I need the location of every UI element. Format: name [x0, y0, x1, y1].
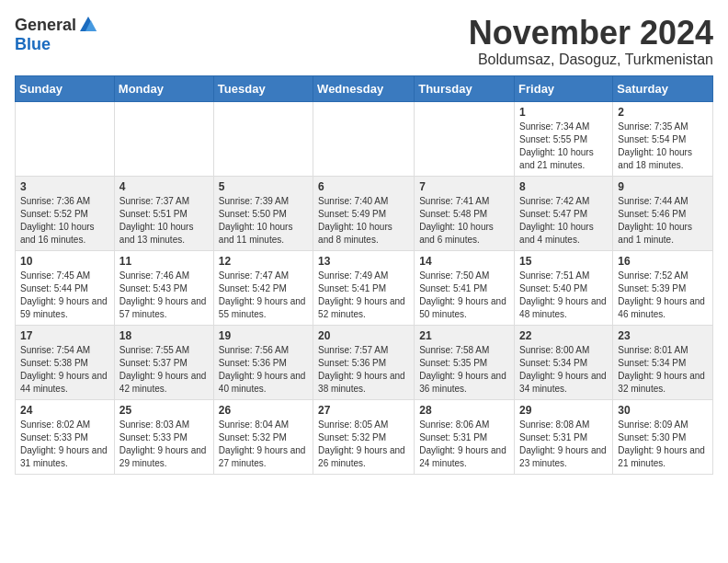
- day-number: 23: [618, 329, 708, 342]
- calendar-cell: 28Sunrise: 8:06 AM Sunset: 5:31 PM Dayli…: [415, 399, 515, 474]
- day-number: 26: [219, 404, 308, 417]
- day-number: 14: [419, 255, 509, 268]
- calendar-cell: 4Sunrise: 7:37 AM Sunset: 5:51 PM Daylig…: [114, 176, 213, 250]
- location-title: Boldumsaz, Dasoguz, Turkmenistan: [469, 52, 713, 68]
- calendar-cell: 26Sunrise: 8:04 AM Sunset: 5:32 PM Dayli…: [213, 399, 313, 474]
- day-info: Sunrise: 7:36 AM Sunset: 5:52 PM Dayligh…: [20, 195, 109, 247]
- calendar-cell: 21Sunrise: 7:58 AM Sunset: 5:35 PM Dayli…: [415, 325, 515, 399]
- calendar-cell: 11Sunrise: 7:46 AM Sunset: 5:43 PM Dayli…: [114, 250, 213, 325]
- day-info: Sunrise: 8:00 AM Sunset: 5:34 PM Dayligh…: [519, 344, 608, 396]
- day-info: Sunrise: 7:49 AM Sunset: 5:41 PM Dayligh…: [318, 270, 409, 321]
- logo-blue-text: Blue: [15, 35, 51, 54]
- calendar-cell: 20Sunrise: 7:57 AM Sunset: 5:36 PM Dayli…: [313, 325, 415, 399]
- calendar-cell: 29Sunrise: 8:08 AM Sunset: 5:31 PM Dayli…: [515, 399, 613, 474]
- calendar-cell: 6Sunrise: 7:40 AM Sunset: 5:49 PM Daylig…: [313, 176, 415, 250]
- day-info: Sunrise: 7:47 AM Sunset: 5:42 PM Dayligh…: [219, 270, 308, 321]
- day-number: 28: [419, 404, 509, 417]
- day-number: 11: [119, 255, 209, 268]
- calendar-week-row: 24Sunrise: 8:02 AM Sunset: 5:33 PM Dayli…: [16, 399, 713, 474]
- day-number: 17: [20, 329, 109, 342]
- day-info: Sunrise: 8:04 AM Sunset: 5:32 PM Dayligh…: [219, 419, 308, 470]
- day-number: 29: [519, 404, 608, 417]
- calendar-cell: 1Sunrise: 7:34 AM Sunset: 5:55 PM Daylig…: [515, 101, 613, 176]
- day-info: Sunrise: 7:54 AM Sunset: 5:38 PM Dayligh…: [20, 344, 109, 396]
- calendar-week-row: 1Sunrise: 7:34 AM Sunset: 5:55 PM Daylig…: [16, 101, 713, 176]
- weekday-header: Thursday: [415, 75, 515, 101]
- day-info: Sunrise: 7:34 AM Sunset: 5:55 PM Dayligh…: [519, 121, 608, 172]
- day-info: Sunrise: 7:37 AM Sunset: 5:51 PM Dayligh…: [119, 195, 209, 247]
- day-info: Sunrise: 7:44 AM Sunset: 5:46 PM Dayligh…: [618, 195, 708, 247]
- calendar-cell: 10Sunrise: 7:45 AM Sunset: 5:44 PM Dayli…: [16, 250, 115, 325]
- calendar-cell: [415, 101, 515, 176]
- day-info: Sunrise: 7:46 AM Sunset: 5:43 PM Dayligh…: [119, 270, 209, 321]
- weekday-header: Tuesday: [213, 75, 313, 101]
- title-block: November 2024 Boldumsaz, Dasoguz, Turkme…: [469, 15, 713, 68]
- calendar-cell: 3Sunrise: 7:36 AM Sunset: 5:52 PM Daylig…: [16, 176, 115, 250]
- logo-general-text: General: [15, 16, 76, 35]
- calendar-week-row: 10Sunrise: 7:45 AM Sunset: 5:44 PM Dayli…: [16, 250, 713, 325]
- day-number: 4: [119, 180, 209, 193]
- calendar-week-row: 17Sunrise: 7:54 AM Sunset: 5:38 PM Dayli…: [16, 325, 713, 399]
- day-info: Sunrise: 7:45 AM Sunset: 5:44 PM Dayligh…: [20, 270, 109, 321]
- day-info: Sunrise: 8:03 AM Sunset: 5:33 PM Dayligh…: [119, 419, 209, 470]
- calendar-cell: 22Sunrise: 8:00 AM Sunset: 5:34 PM Dayli…: [515, 325, 613, 399]
- calendar-cell: 25Sunrise: 8:03 AM Sunset: 5:33 PM Dayli…: [114, 399, 213, 474]
- calendar-cell: 8Sunrise: 7:42 AM Sunset: 5:47 PM Daylig…: [515, 176, 613, 250]
- day-number: 8: [519, 180, 608, 193]
- weekday-header: Monday: [114, 75, 213, 101]
- day-info: Sunrise: 7:58 AM Sunset: 5:35 PM Dayligh…: [419, 344, 509, 396]
- weekday-header: Wednesday: [313, 75, 415, 101]
- day-number: 19: [219, 329, 308, 342]
- day-number: 2: [618, 106, 708, 119]
- day-number: 7: [419, 180, 509, 193]
- calendar-cell: 30Sunrise: 8:09 AM Sunset: 5:30 PM Dayli…: [613, 399, 713, 474]
- day-info: Sunrise: 7:57 AM Sunset: 5:36 PM Dayligh…: [318, 344, 409, 396]
- day-number: 3: [20, 180, 109, 193]
- calendar-cell: 19Sunrise: 7:56 AM Sunset: 5:36 PM Dayli…: [213, 325, 313, 399]
- day-info: Sunrise: 8:02 AM Sunset: 5:33 PM Dayligh…: [20, 419, 109, 470]
- day-info: Sunrise: 7:51 AM Sunset: 5:40 PM Dayligh…: [519, 270, 608, 321]
- day-info: Sunrise: 7:35 AM Sunset: 5:54 PM Dayligh…: [618, 121, 708, 172]
- day-info: Sunrise: 7:39 AM Sunset: 5:50 PM Dayligh…: [219, 195, 308, 247]
- day-info: Sunrise: 8:06 AM Sunset: 5:31 PM Dayligh…: [419, 419, 509, 470]
- calendar-cell: [313, 101, 415, 176]
- month-title: November 2024: [469, 15, 713, 52]
- day-number: 16: [618, 255, 708, 268]
- calendar-cell: 7Sunrise: 7:41 AM Sunset: 5:48 PM Daylig…: [415, 176, 515, 250]
- calendar-cell: 24Sunrise: 8:02 AM Sunset: 5:33 PM Dayli…: [16, 399, 115, 474]
- day-info: Sunrise: 7:40 AM Sunset: 5:49 PM Dayligh…: [318, 195, 409, 247]
- weekday-header: Friday: [515, 75, 613, 101]
- logo: General Blue: [15, 15, 98, 54]
- calendar-cell: 15Sunrise: 7:51 AM Sunset: 5:40 PM Dayli…: [515, 250, 613, 325]
- calendar-cell: [213, 101, 313, 176]
- day-number: 9: [618, 180, 708, 193]
- calendar-cell: 23Sunrise: 8:01 AM Sunset: 5:34 PM Dayli…: [613, 325, 713, 399]
- day-number: 15: [519, 255, 608, 268]
- day-number: 13: [318, 255, 409, 268]
- page-header: General Blue November 2024 Boldumsaz, Da…: [15, 15, 713, 68]
- day-number: 10: [20, 255, 109, 268]
- calendar-week-row: 3Sunrise: 7:36 AM Sunset: 5:52 PM Daylig…: [16, 176, 713, 250]
- day-number: 27: [318, 404, 409, 417]
- day-number: 12: [219, 255, 308, 268]
- calendar-header-row: SundayMondayTuesdayWednesdayThursdayFrid…: [16, 75, 713, 101]
- day-info: Sunrise: 7:42 AM Sunset: 5:47 PM Dayligh…: [519, 195, 608, 247]
- day-info: Sunrise: 7:56 AM Sunset: 5:36 PM Dayligh…: [219, 344, 308, 396]
- day-number: 18: [119, 329, 209, 342]
- day-info: Sunrise: 7:41 AM Sunset: 5:48 PM Dayligh…: [419, 195, 509, 247]
- calendar-cell: 14Sunrise: 7:50 AM Sunset: 5:41 PM Dayli…: [415, 250, 515, 325]
- calendar-cell: 2Sunrise: 7:35 AM Sunset: 5:54 PM Daylig…: [613, 101, 713, 176]
- calendar-cell: [114, 101, 213, 176]
- calendar-table: SundayMondayTuesdayWednesdayThursdayFrid…: [15, 75, 713, 475]
- day-number: 21: [419, 329, 509, 342]
- day-number: 20: [318, 329, 409, 342]
- calendar-cell: 5Sunrise: 7:39 AM Sunset: 5:50 PM Daylig…: [213, 176, 313, 250]
- day-number: 1: [519, 106, 608, 119]
- day-number: 6: [318, 180, 409, 193]
- day-number: 5: [219, 180, 308, 193]
- day-number: 25: [119, 404, 209, 417]
- day-info: Sunrise: 7:52 AM Sunset: 5:39 PM Dayligh…: [618, 270, 708, 321]
- weekday-header: Saturday: [613, 75, 713, 101]
- calendar-cell: 13Sunrise: 7:49 AM Sunset: 5:41 PM Dayli…: [313, 250, 415, 325]
- calendar-cell: 17Sunrise: 7:54 AM Sunset: 5:38 PM Dayli…: [16, 325, 115, 399]
